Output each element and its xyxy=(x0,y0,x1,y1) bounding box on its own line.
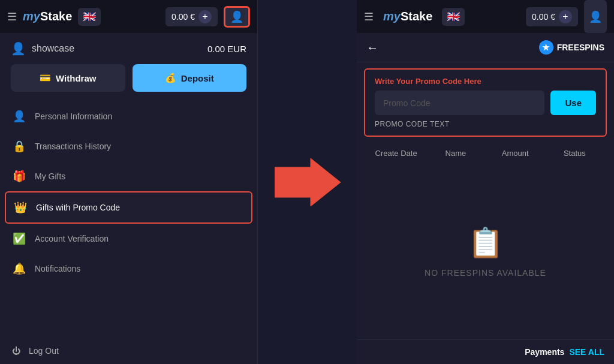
promo-code-input[interactable] xyxy=(375,91,544,115)
left-panel: ☰ my Stake 🇬🇧 0.00 € + 👤 👤 showcase 0.00… xyxy=(0,0,258,364)
my-gifts-label: My Gifts xyxy=(35,172,65,181)
table-header: Create Date Name Amount Status xyxy=(357,143,614,164)
user-avatar-icon: 👤 xyxy=(11,41,26,56)
menu-icon-left[interactable]: ☰ xyxy=(7,10,17,23)
menu-list: 👤 Personal Information 🔒 Transactions Hi… xyxy=(0,101,257,338)
col-status: Status xyxy=(545,149,604,158)
freespin-header: ← ★ FREESPINS xyxy=(357,33,614,62)
personal-info-label: Personal Information xyxy=(35,112,112,121)
logo-my-right: my xyxy=(383,10,401,23)
freespin-label: FREESPINS xyxy=(557,43,604,52)
col-create-date: Create Date xyxy=(366,149,426,158)
clipboard-icon: 📋 xyxy=(468,226,504,260)
transactions-icon: 🔒 xyxy=(12,140,26,153)
personal-info-icon: 👤 xyxy=(12,110,26,123)
sidebar-item-notifications[interactable]: 🔔 Notifications xyxy=(5,254,252,284)
withdraw-label: Withdraw xyxy=(56,73,96,83)
account-verification-label: Account Verification xyxy=(35,234,109,243)
action-buttons: 💳 Withdraw 💰 Deposit xyxy=(0,64,257,101)
col-amount: Amount xyxy=(486,149,545,158)
flag-button-right[interactable]: 🇬🇧 xyxy=(442,8,465,26)
balance-area-right: 0.00 € + xyxy=(526,7,578,26)
right-topbar: ☰ my Stake 🇬🇧 0.00 € + 👤 xyxy=(357,0,614,33)
gifts-icon: 🎁 xyxy=(12,170,26,183)
right-content: ← ★ FREESPINS Write Your Promo Code Here… xyxy=(357,33,614,364)
promo-label: Write Your Promo Code Here xyxy=(375,77,596,86)
flag-button-left[interactable]: 🇬🇧 xyxy=(78,8,101,26)
payments-footer: Payments SEE ALL xyxy=(357,339,614,364)
logo-my-left: my xyxy=(23,10,40,23)
logo-stake-right: Stake xyxy=(401,10,432,23)
withdraw-button[interactable]: 💳 Withdraw xyxy=(11,64,125,92)
sidebar-item-personal-information[interactable]: 👤 Personal Information xyxy=(5,101,252,131)
deposit-label: Deposit xyxy=(181,73,214,83)
promo-section: Write Your Promo Code Here Use PROMO COD… xyxy=(364,68,607,137)
promo-gifts-icon: 👑 xyxy=(13,201,28,214)
profile-button-left[interactable]: 👤 xyxy=(224,6,250,28)
logo-left: my Stake xyxy=(23,10,72,23)
sidebar-item-gifts-with-promo-code[interactable]: 👑 Gifts with Promo Code xyxy=(5,191,252,224)
no-freespins-text: NO FREESPINS AVAILABLE xyxy=(425,268,546,278)
col-name: Name xyxy=(426,149,485,158)
deposit-icon: 💰 xyxy=(165,73,176,83)
add-funds-button-left[interactable]: + xyxy=(198,10,212,23)
balance-value-right: 0.00 € xyxy=(532,12,555,22)
profile-button-right[interactable]: 👤 xyxy=(584,0,607,33)
gifts-promo-label: Gifts with Promo Code xyxy=(36,203,120,212)
notifications-icon: 🔔 xyxy=(12,262,26,275)
freespin-star-icon: ★ xyxy=(539,40,553,55)
menu-icon-right[interactable]: ☰ xyxy=(364,10,374,23)
svg-marker-0 xyxy=(275,158,341,206)
user-row: 👤 showcase 0.00 EUR xyxy=(0,33,257,64)
verification-icon: ✅ xyxy=(12,232,26,245)
notifications-label: Notifications xyxy=(35,264,80,273)
sidebar-item-transactions-history[interactable]: 🔒 Transactions History xyxy=(5,131,252,161)
use-promo-button[interactable]: Use xyxy=(550,91,596,115)
user-info: 👤 showcase xyxy=(11,41,74,56)
transactions-label: Transactions History xyxy=(35,142,111,151)
sidebar-item-my-gifts[interactable]: 🎁 My Gifts xyxy=(5,161,252,191)
right-arrow-icon xyxy=(275,158,341,206)
add-funds-button-right[interactable]: + xyxy=(559,10,572,23)
back-button[interactable]: ← xyxy=(366,41,378,55)
username: showcase xyxy=(32,43,74,54)
withdraw-icon: 💳 xyxy=(40,73,51,83)
freespin-badge: ★ FREESPINS xyxy=(539,40,604,55)
see-all-link[interactable]: SEE ALL xyxy=(569,347,604,357)
balance-area-left: 0.00 € + xyxy=(165,7,218,26)
user-balance: 0.00 EUR xyxy=(207,44,246,54)
arrow-area xyxy=(258,0,357,364)
logo-stake-left: Stake xyxy=(40,10,72,23)
promo-input-row: Use xyxy=(375,91,596,115)
empty-state: 📋 NO FREESPINS AVAILABLE xyxy=(357,164,614,339)
right-panel: ☰ my Stake 🇬🇧 0.00 € + 👤 ← ★ FREESPINS W… xyxy=(357,0,614,364)
left-topbar: ☰ my Stake 🇬🇧 0.00 € + 👤 xyxy=(0,0,257,33)
deposit-button[interactable]: 💰 Deposit xyxy=(133,64,247,92)
logo-right: my Stake xyxy=(383,10,432,23)
logout-label: Log Out xyxy=(29,346,59,356)
balance-value-left: 0.00 € xyxy=(171,12,195,22)
sidebar-item-account-verification[interactable]: ✅ Account Verification xyxy=(5,224,252,254)
logout-item[interactable]: ⏻ Log Out xyxy=(0,338,257,364)
promo-code-text: PROMO CODE TEXT xyxy=(375,120,596,128)
logout-icon: ⏻ xyxy=(12,346,20,356)
payments-label: Payments xyxy=(525,347,564,357)
